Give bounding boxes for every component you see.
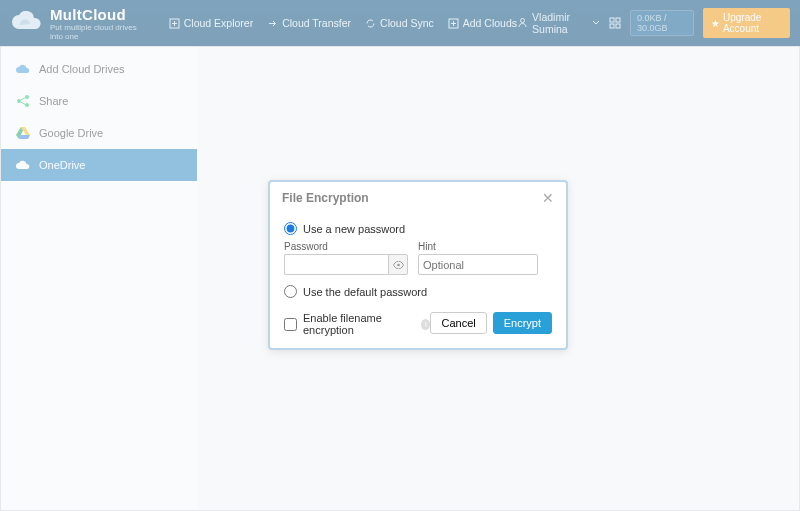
radio-new-password[interactable]: Use a new password (284, 222, 552, 235)
password-input[interactable] (284, 254, 388, 275)
radio-label: Use a new password (303, 223, 405, 235)
hint-input[interactable] (418, 254, 538, 275)
radio-new-password-input[interactable] (284, 222, 297, 235)
encrypt-button[interactable]: Encrypt (493, 312, 552, 334)
password-label: Password (284, 241, 408, 252)
eye-icon (393, 259, 404, 271)
cancel-button[interactable]: Cancel (430, 312, 486, 334)
file-encryption-modal: File Encryption ✕ Use a new password Pas… (268, 180, 568, 350)
close-icon[interactable]: ✕ (542, 190, 554, 206)
checkbox-label: Enable filename encryption (303, 312, 415, 336)
enable-filename-encryption[interactable]: Enable filename encryption i (284, 312, 430, 336)
password-visibility-toggle[interactable] (388, 254, 408, 275)
radio-default-password-input[interactable] (284, 285, 297, 298)
radio-label: Use the default password (303, 286, 427, 298)
hint-label: Hint (418, 241, 538, 252)
filename-encryption-checkbox[interactable] (284, 318, 297, 331)
modal-title: File Encryption (282, 191, 369, 205)
info-icon[interactable]: i (421, 319, 430, 330)
svg-point-10 (397, 263, 400, 266)
radio-default-password[interactable]: Use the default password (284, 285, 552, 298)
